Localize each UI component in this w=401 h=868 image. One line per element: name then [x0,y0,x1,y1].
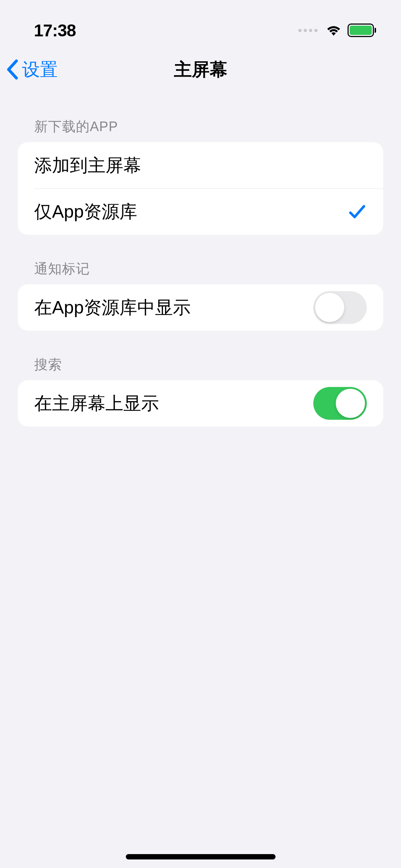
section-header-new-apps: 新下载的APP [18,118,383,142]
checkmark-icon [348,202,367,221]
page-title: 主屏幕 [174,58,227,82]
status-bar: 17:38 [0,0,401,46]
section-header-badges: 通知标记 [18,260,383,284]
row-show-on-home: 在主屏幕上显示 [18,380,383,427]
chevron-left-icon [6,59,19,80]
navigation-bar: 设置 主屏幕 [0,46,401,93]
group-search: 在主屏幕上显示 [18,380,383,427]
section-header-search: 搜索 [18,356,383,380]
section-new-apps: 新下载的APP 添加到主屏幕 仅App资源库 [0,118,401,235]
row-show-in-app-library: 在App资源库中显示 [18,284,383,331]
section-badges: 通知标记 在App资源库中显示 [0,260,401,331]
group-badges: 在App资源库中显示 [18,284,383,331]
cellular-signal-icon [298,29,318,32]
row-label: 在App资源库中显示 [34,296,191,320]
back-button[interactable]: 设置 [6,58,58,82]
section-search: 搜索 在主屏幕上显示 [0,356,401,427]
status-time: 17:38 [34,21,76,40]
home-indicator[interactable] [126,854,276,859]
option-app-library-only[interactable]: 仅App资源库 [18,188,383,235]
option-label: 仅App资源库 [34,200,137,224]
option-add-to-home[interactable]: 添加到主屏幕 [18,142,383,188]
battery-icon [348,24,376,37]
back-label: 设置 [22,58,58,82]
status-indicators [298,24,376,37]
toggle-show-on-home[interactable] [313,387,367,420]
row-label: 在主屏幕上显示 [34,392,159,415]
toggle-show-in-app-library[interactable] [313,291,367,324]
option-label: 添加到主屏幕 [34,154,141,177]
group-new-apps: 添加到主屏幕 仅App资源库 [18,142,383,235]
wifi-icon [325,24,343,37]
